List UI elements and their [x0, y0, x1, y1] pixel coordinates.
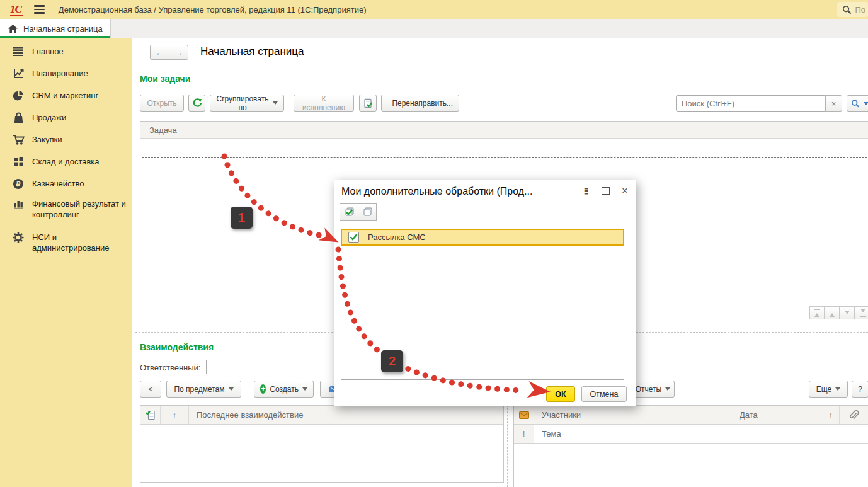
- processing-list-item[interactable]: Рассылка СМС: [341, 229, 624, 246]
- sidebar-item-nsi[interactable]: НСИ и администрирование: [0, 232, 132, 253]
- sidebar-item-crm[interactable]: CRM и маркетинг: [0, 90, 132, 101]
- main-menu-icon[interactable]: [34, 5, 45, 13]
- plus-icon: +: [260, 384, 266, 394]
- to-execution-button[interactable]: К исполнению: [294, 95, 354, 112]
- open-button[interactable]: Открыть: [140, 95, 184, 112]
- sort-column-header[interactable]: ↑: [161, 406, 189, 424]
- top-bar: 1С Демонстрационная база / Управление то…: [0, 0, 868, 19]
- interaction-type-column[interactable]: [140, 406, 161, 424]
- sidebar-item-label: Продажи: [32, 112, 128, 123]
- tab-home-label: Начальная страница: [23, 24, 103, 33]
- topic-column-header[interactable]: Тема: [534, 425, 868, 443]
- redirect-arrow-icon: [387, 98, 388, 108]
- create-button[interactable]: +Создать: [254, 381, 314, 398]
- attachment-column-header[interactable]: [840, 406, 868, 424]
- close-icon[interactable]: ×: [622, 186, 628, 195]
- accept-task-button[interactable]: [359, 95, 377, 112]
- tasks-table-header[interactable]: Задача: [140, 122, 868, 139]
- sidebar-item-finance[interactable]: Финансовый результат и контроллинг: [0, 198, 132, 220]
- back-button[interactable]: ←: [150, 45, 169, 60]
- cancel-button[interactable]: Отмена: [581, 386, 627, 402]
- more-button[interactable]: Еще: [809, 381, 848, 398]
- mail-table: Участники Дата↑ ! Тема: [513, 405, 868, 487]
- nav-history-group: ← →: [150, 45, 188, 60]
- tasks-section-title: Мои задачи: [140, 74, 190, 84]
- check-all-button[interactable]: [340, 203, 358, 221]
- document-check-icon: [146, 410, 156, 420]
- tab-bar: Начальная страница: [0, 19, 868, 38]
- maximize-icon[interactable]: [602, 187, 610, 195]
- sidebar-item-purchases[interactable]: Закупки: [0, 134, 132, 146]
- ok-button[interactable]: ОК: [546, 386, 575, 402]
- tab-home[interactable]: Начальная страница: [0, 19, 111, 38]
- sidebar-item-sales[interactable]: Продажи: [0, 112, 132, 123]
- global-search-hint: По: [855, 5, 865, 14]
- search-icon: [851, 99, 860, 108]
- focused-empty-row[interactable]: [142, 140, 867, 158]
- mail-table-header-row1: Участники Дата↑: [514, 406, 868, 425]
- sidebar-item-main[interactable]: Главное: [0, 46, 132, 57]
- svg-text:₽: ₽: [16, 180, 21, 188]
- sidebar-item-treasury[interactable]: ₽ Казначейство: [0, 178, 132, 190]
- checkbox-checked[interactable]: [348, 232, 359, 243]
- uncheck-all-button[interactable]: [358, 203, 377, 221]
- date-column-header[interactable]: Дата↑: [733, 406, 840, 424]
- sidebar-item-label: Финансовый результат и контроллинг: [32, 198, 128, 220]
- sidebar-item-warehouse[interactable]: Склад и доставка: [0, 156, 132, 167]
- menu-icon: [11, 46, 25, 57]
- search-button[interactable]: [847, 95, 868, 112]
- sidebar-item-label: CRM и маркетинг: [32, 90, 128, 101]
- sidebar-item-planning[interactable]: Планирование: [0, 68, 132, 79]
- interactions-table-header: ↑ Последнее взаимодействие: [140, 406, 503, 425]
- sort-asc-icon: ↑: [829, 410, 833, 420]
- refresh-button[interactable]: [188, 95, 205, 112]
- vertical-splitter[interactable]: [507, 405, 508, 487]
- clear-search-button[interactable]: ×: [825, 95, 842, 112]
- chevron-down-icon: [229, 387, 234, 393]
- processing-label: Рассылка СМС: [368, 232, 426, 242]
- global-search[interactable]: По: [837, 2, 868, 17]
- sidebar: Главное Планирование CRM и маркетинг Про…: [0, 38, 132, 487]
- chevron-down-icon: [273, 101, 278, 107]
- paperclip-icon: [849, 410, 859, 420]
- redirect-button[interactable]: Перенаправить...: [381, 95, 459, 112]
- forward-button[interactable]: →: [169, 45, 188, 60]
- refresh-icon: [192, 98, 202, 108]
- dialog-title: Мои дополнительные обработки (Прод...: [341, 186, 532, 197]
- gear-icon: [11, 232, 25, 253]
- chevron-down-icon: [864, 102, 868, 108]
- reports-button[interactable]: Отчеты: [631, 381, 675, 398]
- planning-chart-icon: [11, 68, 25, 79]
- 1c-logo: 1С: [10, 3, 23, 16]
- help-button[interactable]: ?: [852, 381, 868, 398]
- uncheck-all-icon: [362, 207, 373, 217]
- move-up-button[interactable]: [825, 306, 840, 319]
- page-title: Начальная страница: [200, 45, 304, 58]
- by-subjects-button[interactable]: По предметам: [166, 381, 241, 398]
- interactions-section-title: Взаимодействия: [140, 342, 214, 352]
- importance-column-header[interactable]: !: [514, 425, 534, 443]
- participants-column-header[interactable]: Участники: [534, 406, 733, 424]
- responsible-label: Ответственный:: [140, 363, 200, 372]
- chevron-down-icon: [835, 387, 840, 393]
- step-2-marker: 2: [381, 350, 403, 372]
- sidebar-item-label: Закупки: [32, 134, 128, 146]
- tasks-search-input[interactable]: [676, 95, 826, 112]
- move-bottom-button[interactable]: [855, 306, 868, 319]
- mail-type-column[interactable]: [514, 406, 534, 424]
- move-down-button[interactable]: [840, 306, 855, 319]
- last-interaction-column-header[interactable]: Последнее взаимодействие: [189, 406, 503, 424]
- group-by-button[interactable]: Сгруппировать по: [210, 95, 284, 112]
- more-actions-icon[interactable]: ⋮: [581, 186, 590, 195]
- app-window: { "topbar": { "logo_text": "1С", "app_ti…: [0, 0, 868, 487]
- move-top-button[interactable]: [809, 306, 825, 319]
- bar-chart-icon: [11, 198, 25, 220]
- sidebar-item-label: Склад и доставка: [32, 156, 128, 167]
- additional-processings-dialog: Мои дополнительные обработки (Прод... ⋮ …: [334, 180, 636, 406]
- pie-chart-icon: [11, 90, 25, 101]
- search-icon: [842, 5, 852, 14]
- check-icon: [350, 234, 358, 241]
- task-column-header: Задача: [149, 125, 177, 135]
- collapse-button[interactable]: <: [140, 381, 161, 398]
- dialog-window-controls: ⋮ ×: [581, 186, 628, 195]
